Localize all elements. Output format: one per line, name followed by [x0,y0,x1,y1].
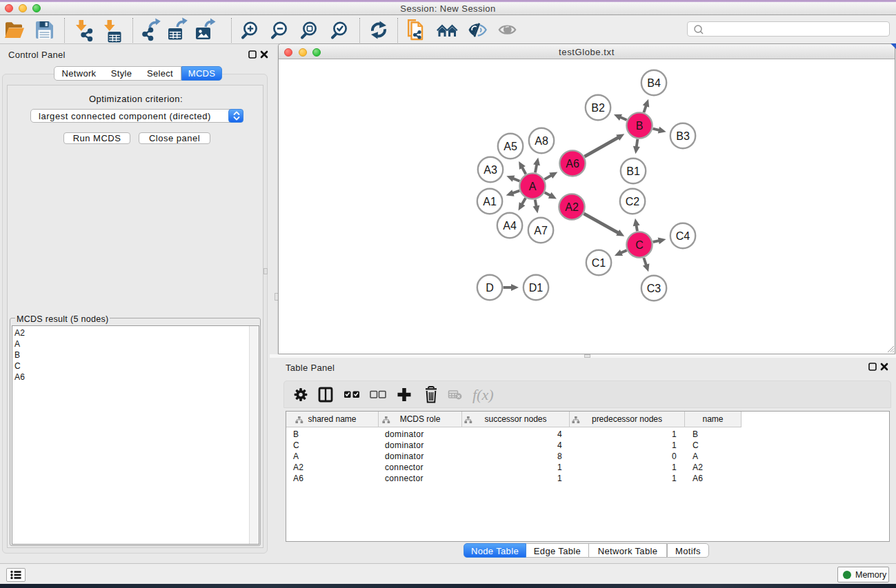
svg-text:A3: A3 [484,164,497,176]
svg-text:A: A [529,181,537,192]
svg-text:B1: B1 [626,165,640,177]
svg-text:D1: D1 [529,282,544,294]
svg-text:B3: B3 [676,130,690,142]
svg-text:B2: B2 [591,102,605,114]
svg-text:C1: C1 [592,257,606,269]
svg-text:A7: A7 [534,225,548,236]
svg-text:D: D [486,282,494,294]
svg-text:A8: A8 [535,135,548,147]
svg-text:C2: C2 [626,196,640,207]
svg-text:C: C [635,239,644,251]
svg-text:A1: A1 [483,196,497,207]
svg-text:A4: A4 [503,220,517,232]
svg-text:B: B [636,120,644,132]
svg-text:A5: A5 [504,141,517,152]
svg-text:A2: A2 [565,201,579,213]
svg-text:A6: A6 [566,158,579,170]
svg-text:C3: C3 [647,283,661,294]
svg-text:f(x): f(x) [472,386,494,403]
svg-text:B4: B4 [647,77,661,89]
svg-text:C4: C4 [676,230,690,242]
